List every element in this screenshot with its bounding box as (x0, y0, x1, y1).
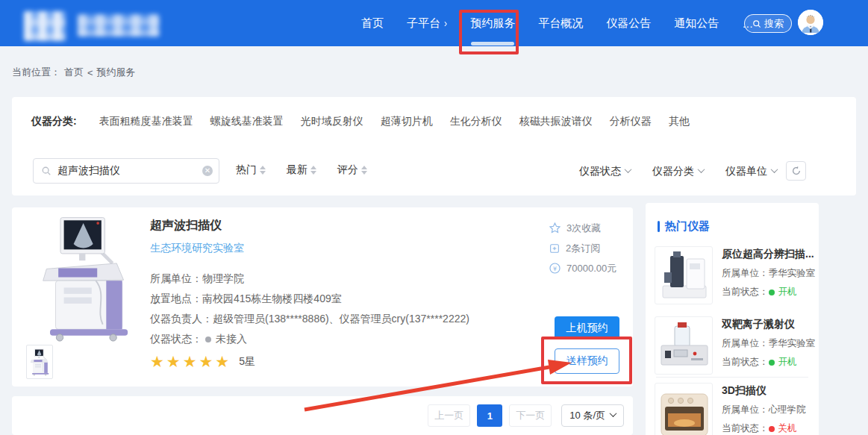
sort-hot[interactable]: 热门 (236, 163, 266, 177)
user-avatar[interactable] (798, 10, 823, 35)
status-dot-gray (205, 337, 211, 342)
hot-item-status: 当前状态： 关机 (722, 422, 816, 435)
category-item[interactable]: 分析仪器 (610, 115, 652, 128)
select-instrument-unit[interactable]: 仪器单位 (725, 165, 777, 178)
hot-item-3d-scanner[interactable]: 3D扫描仪 所属单位：心理学院 当前状态： 关机 (646, 383, 819, 435)
site-logo-redacted[interactable] (10, 5, 163, 41)
hot-item-unit: 所属单位：季华实验室 (722, 337, 816, 350)
subscribe-count[interactable]: 2条订阅 (549, 238, 616, 258)
instrument-card[interactable]: 超声波扫描仪 生态环境研究实验室 所属单位：物理学院 放置地点：南校园415栋生… (12, 207, 633, 387)
hot-item-text: 双靶离子溅射仪 所属单位：季华实验室 当前状态： 开机 (722, 318, 816, 369)
search-input[interactable] (57, 165, 202, 177)
chevron-down-icon (610, 410, 617, 417)
main-nav: 首页 子平台› 预约服务 平台概况 仪器公告 通知公告 … (361, 0, 753, 46)
top-navbar: 首页 子平台› 预约服务 平台概况 仪器公告 通知公告 … 搜索 (0, 0, 868, 46)
hot-instruments-panel: 热门仪器 原位超高分辨扫描... 所属单位：季华实验室 当 (646, 203, 819, 435)
hot-item-unit: 所属单位：季华实验室 (722, 267, 816, 280)
status-dot-red (769, 426, 775, 432)
machine-reserve-button[interactable]: 上机预约 (555, 316, 619, 339)
filter-panel: 仪器分类: 表面粗糙度基准装置 螺旋线基准装置 光时域反射仪 超薄切片机 生化分… (12, 97, 856, 195)
select-instrument-category[interactable]: 仪器分类 (652, 165, 704, 178)
logo-text-blurred (78, 14, 160, 37)
category-row: 仪器分类: 表面粗糙度基准装置 螺旋线基准装置 光时域反射仪 超薄切片机 生化分… (31, 115, 690, 128)
next-page-button[interactable]: 下一页 (509, 404, 552, 427)
nav-item-notification[interactable]: 通知公告 (674, 0, 719, 46)
clear-search-icon[interactable]: ✕ (202, 166, 213, 176)
favorite-count[interactable]: 3次收藏 (549, 218, 616, 238)
search-icon (752, 19, 761, 28)
breadcrumb-separator: < (87, 67, 93, 78)
breadcrumb-home[interactable]: 首页 (64, 66, 84, 79)
lab-link[interactable]: 生态环境研究实验室 (150, 242, 463, 255)
pagination: 上一页 1 下一页 10 条/页 (428, 404, 624, 427)
hot-item-name: 双靶离子溅射仪 (722, 318, 816, 331)
sort-caret-icon (310, 166, 316, 175)
logo-mark (24, 11, 66, 41)
page-size-select[interactable]: 10 条/页 (561, 404, 624, 427)
active-tab-indicator (471, 42, 514, 46)
instrument-info: 超声波扫描仪 生态环境研究实验室 所属单位：物理学院 放置地点：南校园415栋生… (150, 218, 463, 370)
chevron-down-icon (625, 166, 632, 173)
hot-item-text: 原位超高分辨扫描... 所属单位：季华实验室 当前状态： 开机 (722, 248, 816, 298)
sem-microscope-image (655, 246, 713, 304)
nav-item-instrument-notice[interactable]: 仪器公告 (606, 0, 651, 46)
nav-item-subplatform[interactable]: 子平台› (407, 0, 447, 46)
field-status: 仪器状态：未接入 (150, 329, 463, 349)
nav-item-reservation-active[interactable]: 预约服务 (470, 0, 515, 46)
chevron-down-icon (698, 166, 705, 173)
avatar-person-icon (798, 10, 823, 35)
category-item[interactable]: 其他 (669, 115, 690, 128)
category-item[interactable]: 表面粗糙度基准装置 (99, 115, 193, 128)
hot-item-sem[interactable]: 原位超高分辨扫描... 所属单位：季华实验室 当前状态： 开机 (646, 246, 819, 312)
sample-reserve-button[interactable]: 送样预约 (555, 348, 619, 374)
hot-item-name: 3D扫描仪 (722, 384, 816, 398)
header-search-button[interactable]: 搜索 (744, 14, 792, 33)
instrument-fields: 所属单位：物理学院 放置地点：南校园415栋生物楼四楼409室 仪器负责人：超级… (150, 269, 463, 349)
select-group: 仪器状态 仪器分类 仪器单位 (579, 165, 777, 178)
divider (656, 377, 808, 378)
ultrasound-scanner-thumbnail[interactable] (26, 345, 53, 379)
nav-item-home[interactable]: 首页 (361, 0, 384, 46)
nav-item-platform-overview[interactable]: 平台概况 (538, 0, 583, 46)
refresh-icon (791, 166, 802, 176)
ultrasound-scanner-image[interactable] (27, 213, 143, 342)
hot-item-name: 原位超高分辨扫描... (722, 248, 816, 261)
money-icon: ¥ (549, 262, 561, 275)
hot-item-status: 当前状态： 开机 (722, 356, 816, 369)
breadcrumb-prefix: 当前位置： (12, 66, 60, 79)
chevron-down-icon (771, 166, 778, 173)
category-item[interactable]: 生化分析仪 (450, 115, 502, 128)
rating-label: 5星 (239, 355, 255, 369)
category-item[interactable]: 核磁共振波谱仪 (519, 115, 593, 128)
price-value: ¥ 70000.00元 (549, 258, 616, 278)
breadcrumb-current: 预约服务 (97, 66, 136, 79)
search-icon (41, 166, 51, 176)
status-dot-green (769, 360, 775, 366)
page: 首页 子平台› 预约服务 平台概况 仪器公告 通知公告 … 搜索 当前 (0, 0, 868, 435)
pagination-panel: 上一页 1 下一页 10 条/页 (12, 396, 633, 435)
select-instrument-status[interactable]: 仪器状态 (579, 165, 631, 178)
category-label: 仪器分类: (31, 115, 77, 128)
status-dot-green (769, 290, 775, 295)
hot-item-unit: 所属单位：心理学院 (722, 404, 816, 416)
hot-item-status: 当前状态： 开机 (722, 286, 816, 298)
star-outline-icon (549, 222, 561, 234)
svg-text:¥: ¥ (553, 266, 557, 272)
page-1-button[interactable]: 1 (477, 404, 502, 427)
instrument-title: 超声波扫描仪 (150, 218, 463, 234)
breadcrumb: 当前位置： 首页 < 预约服务 (12, 66, 136, 79)
prev-page-button[interactable]: 上一页 (428, 404, 470, 427)
sort-group: 热门 最新 评分 (236, 163, 367, 177)
field-manager: 仪器负责人：超级管理员(138****8886)、仪器管理员cry(137***… (150, 309, 463, 329)
3d-scanner-image (655, 383, 713, 435)
hot-item-sputter[interactable]: 双靶离子溅射仪 所属单位：季华实验室 当前状态： 开机 (646, 316, 819, 382)
search-row: ✕ 热门 最新 评分 仪器状态 (12, 158, 856, 185)
field-unit: 所属单位：物理学院 (150, 269, 463, 289)
sort-rating[interactable]: 评分 (337, 163, 367, 177)
category-item[interactable]: 螺旋线基准装置 (210, 115, 284, 128)
category-item[interactable]: 光时域反射仪 (301, 115, 363, 128)
refresh-button[interactable] (786, 161, 806, 181)
subscribe-icon (549, 242, 561, 254)
sort-newest[interactable]: 最新 (287, 163, 316, 177)
category-item[interactable]: 超薄切片机 (381, 115, 433, 128)
